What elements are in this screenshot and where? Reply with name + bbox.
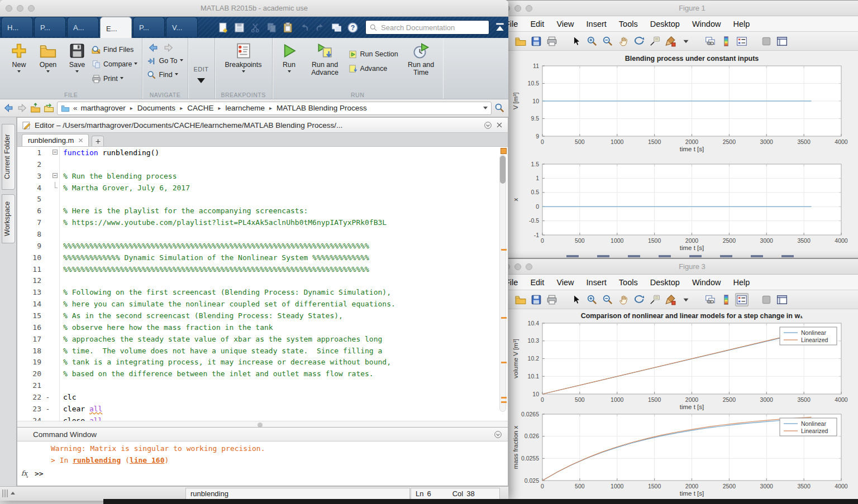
redo-icon[interactable] bbox=[314, 22, 326, 33]
insert-colorbar-icon[interactable] bbox=[719, 35, 733, 48]
pan-icon[interactable] bbox=[617, 35, 630, 48]
caret-down-icon[interactable] bbox=[679, 35, 693, 48]
fig-save-icon[interactable] bbox=[530, 35, 543, 48]
code-line[interactable]: 3−% Run the blending process bbox=[17, 170, 508, 182]
breadcrumb-item[interactable]: marthagrover bbox=[81, 104, 126, 112]
new-tab-button[interactable] bbox=[92, 136, 104, 146]
breadcrumb[interactable]: « marthagrover▸Documents▸CACHE▸learnchem… bbox=[57, 102, 492, 115]
code-line[interactable]: 2 bbox=[17, 159, 508, 170]
caret-down-icon[interactable] bbox=[679, 293, 693, 306]
run-and-time-button[interactable]: Run and Time bbox=[404, 41, 438, 76]
zoom-in-icon[interactable] bbox=[585, 35, 599, 48]
forward-icon[interactable] bbox=[17, 103, 27, 113]
panel-menu-icon[interactable] bbox=[494, 430, 502, 439]
insert-colorbar-icon[interactable] bbox=[719, 293, 733, 306]
save-button[interactable]: Save bbox=[63, 41, 92, 74]
breadcrumb-item[interactable]: Documents bbox=[137, 104, 175, 112]
line-160-link[interactable]: line 160 bbox=[130, 456, 165, 464]
close-panel-icon[interactable] bbox=[495, 121, 503, 129]
menu-window[interactable]: Window bbox=[692, 20, 721, 28]
code-line[interactable]: 11%%%%%%%%%%%%%%%%%%%%%%%%%%%%%%%%%%%%%%… bbox=[17, 263, 508, 275]
code-line[interactable]: 15% As in the second screencast (Blendin… bbox=[17, 310, 508, 321]
command-prompt[interactable]: >> bbox=[35, 469, 44, 478]
tab-close-icon[interactable] bbox=[78, 137, 84, 143]
search-folder-icon[interactable] bbox=[494, 103, 505, 113]
code-line[interactable]: 14% here you can simulate the nonlinear … bbox=[17, 298, 508, 310]
help-icon[interactable]: ? bbox=[347, 22, 359, 33]
breadcrumb-item[interactable]: MATLAB Blending Process bbox=[277, 104, 367, 112]
menu-edit[interactable]: Edit bbox=[530, 20, 544, 28]
pan-icon[interactable] bbox=[617, 293, 630, 306]
code-line[interactable]: 7% https://www.youtube.com/playlist?list… bbox=[17, 217, 508, 228]
open-button[interactable]: Open bbox=[34, 41, 63, 74]
menu-help[interactable]: Help bbox=[733, 20, 750, 28]
back-icon[interactable] bbox=[148, 42, 159, 53]
search-documentation-box[interactable] bbox=[365, 20, 489, 35]
code-line[interactable]: 23-clear all bbox=[17, 403, 508, 415]
undo-icon[interactable] bbox=[298, 22, 310, 33]
fig-print-icon[interactable] bbox=[545, 293, 559, 306]
hide-plot-tools-icon[interactable] bbox=[760, 293, 773, 306]
find-button[interactable]: Find bbox=[147, 69, 183, 81]
message-indicator[interactable] bbox=[500, 148, 507, 154]
hide-plot-tools-icon[interactable] bbox=[760, 35, 773, 48]
menu-edit[interactable]: Edit bbox=[530, 278, 544, 287]
code-line[interactable]: 20% based on the difference between the … bbox=[17, 368, 508, 380]
warning-marker[interactable] bbox=[501, 397, 507, 399]
code-line[interactable]: 1−function runblending() bbox=[17, 147, 508, 159]
paste-icon[interactable] bbox=[282, 22, 294, 33]
zoom-in-icon[interactable] bbox=[585, 293, 599, 306]
menu-desktop[interactable]: Desktop bbox=[650, 278, 680, 287]
new-script-icon[interactable] bbox=[217, 22, 229, 33]
menu-desktop[interactable]: Desktop bbox=[650, 20, 680, 28]
zoom-out-icon[interactable] bbox=[601, 293, 614, 306]
menu-insert[interactable]: Insert bbox=[587, 20, 607, 28]
cut-icon[interactable] bbox=[250, 22, 261, 33]
brush-icon[interactable] bbox=[664, 35, 677, 48]
rotate-3d-icon[interactable] bbox=[632, 35, 646, 48]
tab-runblending[interactable]: runblending.m bbox=[22, 134, 89, 146]
brush-icon[interactable] bbox=[664, 293, 677, 306]
panel-menu-icon[interactable] bbox=[484, 121, 492, 129]
switch-windows-icon[interactable] bbox=[331, 22, 342, 33]
breakpoints-button[interactable]: Breakpoints bbox=[220, 41, 268, 74]
toolstrip-tab-2[interactable]: A... bbox=[67, 17, 99, 37]
run-section-button[interactable]: Run Section bbox=[349, 48, 398, 60]
fig-open-icon[interactable] bbox=[514, 293, 527, 306]
back-icon[interactable] bbox=[3, 103, 14, 113]
go-to-button[interactable]: Go To bbox=[147, 55, 183, 67]
code-line[interactable]: 18% time. The volume does not have a uni… bbox=[17, 345, 508, 357]
new-button[interactable]: New bbox=[4, 41, 34, 74]
warning-marker[interactable] bbox=[501, 249, 507, 251]
data-cursor-icon[interactable] bbox=[648, 35, 661, 48]
toolstrip-tab-4[interactable]: P... bbox=[133, 17, 165, 37]
compare-button[interactable]: Compare bbox=[92, 58, 137, 70]
link-plots-icon[interactable] bbox=[704, 293, 717, 306]
code-line[interactable]: 5 bbox=[17, 193, 508, 205]
code-line[interactable]: 6% Here is the playlist for the accompan… bbox=[17, 205, 508, 217]
toolstrip-tab-5[interactable]: V... bbox=[166, 17, 198, 37]
data-cursor-icon[interactable] bbox=[648, 293, 661, 306]
warning-marker[interactable] bbox=[501, 362, 507, 363]
insert-legend-icon[interactable] bbox=[735, 293, 749, 306]
code-line[interactable]: 22-clc bbox=[17, 391, 508, 403]
collapse-toolstrip-icon[interactable] bbox=[494, 21, 506, 33]
zoom-out-icon[interactable] bbox=[601, 35, 614, 48]
run-and-advance-button[interactable]: Run and Advance bbox=[307, 41, 343, 76]
figure1-titlebar[interactable]: Figure 1 bbox=[499, 1, 858, 16]
code-line[interactable]: 4% Martha Grover, July 6, 2017 bbox=[17, 182, 508, 194]
pointer-icon[interactable] bbox=[570, 293, 583, 306]
code-line[interactable]: 24-close all bbox=[17, 415, 508, 421]
statusbar-grip[interactable] bbox=[2, 489, 15, 497]
chevron-down-icon[interactable] bbox=[483, 107, 488, 112]
code-line[interactable]: 10%%%%%%%%%%%%% Dynamic Simulation of th… bbox=[17, 252, 508, 263]
code-line[interactable]: 21 bbox=[17, 380, 508, 391]
copy-icon[interactable] bbox=[266, 22, 278, 33]
editor-vertical-scrollbar[interactable] bbox=[499, 155, 506, 412]
search-documentation-input[interactable] bbox=[380, 23, 485, 32]
menu-view[interactable]: View bbox=[556, 278, 574, 287]
up-one-level-icon[interactable] bbox=[30, 103, 41, 113]
code-area[interactable]: 1−function runblending()23−% Run the ble… bbox=[17, 147, 508, 421]
fig-print-icon[interactable] bbox=[545, 35, 559, 48]
show-plot-tools-icon[interactable] bbox=[775, 35, 789, 48]
